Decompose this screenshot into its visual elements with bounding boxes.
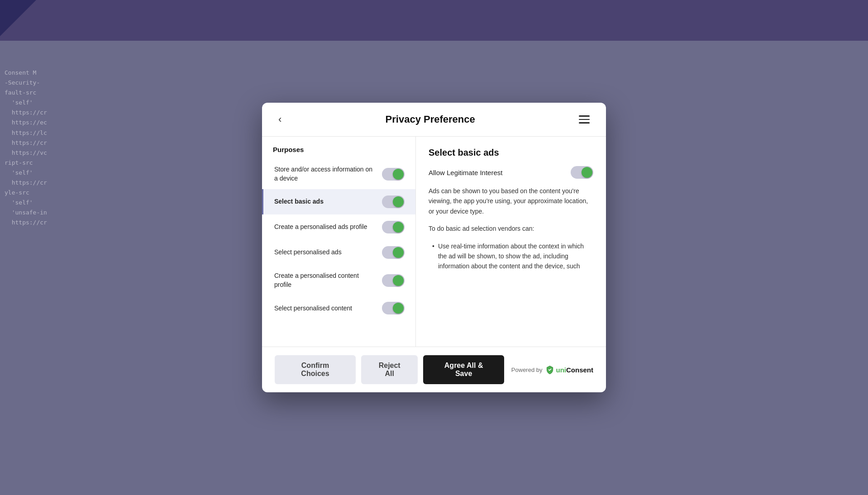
toggle-track-select-personalised-content [382, 302, 405, 314]
toggle-thumb-legitimate-interest [582, 167, 592, 178]
toggle-personalised-content-profile[interactable] [382, 274, 405, 287]
toggle-track-personalised-ads-profile [382, 221, 405, 233]
purpose-item-select-personalised-content[interactable]: Select personalised content [262, 295, 415, 321]
toggle-track-legitimate-interest [571, 166, 593, 179]
back-button[interactable]: ‹ [275, 112, 285, 127]
toggle-track-store-access [382, 168, 405, 181]
right-panel-title: Select basic ads [429, 148, 593, 158]
powered-by: Powered by uniConsent [511, 365, 593, 374]
menu-line-2 [579, 119, 590, 120]
reject-all-button[interactable]: Reject All [361, 355, 418, 384]
toggle-track-select-personalised-ads [382, 246, 405, 259]
purpose-label-select-personalised-ads: Select personalised ads [274, 248, 382, 257]
toggle-thumb-select-basic-ads [393, 196, 404, 207]
toggle-thumb-store-access [393, 169, 404, 180]
shield-icon [545, 365, 554, 374]
modal-title: Privacy Preference [386, 114, 475, 125]
purpose-label-personalised-content-profile: Create a personalised content profile [274, 271, 382, 289]
legitimate-interest-row: Allow Legitimate Interest [429, 166, 593, 179]
modal-header: ‹ Privacy Preference [262, 103, 606, 137]
agree-all-save-button[interactable]: Agree All & Save [423, 355, 504, 384]
toggle-select-personalised-ads[interactable] [382, 246, 405, 259]
toggle-track-personalised-content-profile [382, 274, 405, 287]
toggle-legitimate-interest[interactable] [571, 166, 593, 179]
menu-line-1 [579, 115, 590, 117]
purpose-label-select-basic-ads: Select basic ads [274, 197, 382, 206]
description-1: Ads can be shown to you based on the con… [429, 186, 593, 216]
menu-line-3 [579, 122, 590, 124]
purpose-label-store-access: Store and/or access information on a dev… [274, 165, 382, 183]
footer-buttons: Confirm Choices Reject All Agree All & S… [275, 355, 504, 384]
purpose-item-personalised-ads-profile[interactable]: Create a personalised ads profile [262, 214, 415, 240]
toggle-select-basic-ads[interactable] [382, 195, 405, 208]
menu-button[interactable] [575, 114, 593, 125]
modal-overlay: ‹ Privacy Preference Purposes Store and/… [0, 0, 868, 495]
bullet-list: Use real-time information about the cont… [432, 241, 593, 271]
bullet-item-1: Use real-time information about the cont… [432, 241, 593, 271]
confirm-choices-button[interactable]: Confirm Choices [275, 355, 356, 384]
toggle-thumb-select-personalised-content [393, 303, 404, 314]
modal-footer: Confirm Choices Reject All Agree All & S… [262, 347, 606, 392]
legitimate-interest-label: Allow Legitimate Interest [429, 169, 502, 176]
toggle-select-personalised-content[interactable] [382, 302, 405, 314]
purpose-item-select-basic-ads[interactable]: Select basic ads [262, 189, 415, 214]
left-panel: Purposes Store and/or access information… [262, 137, 416, 347]
uniconsent-brand: uniConsent [556, 366, 594, 374]
toggle-thumb-select-personalised-ads [393, 247, 404, 258]
purposes-heading: Purposes [262, 146, 415, 159]
toggle-store-access[interactable] [382, 168, 405, 181]
modal-body: Purposes Store and/or access information… [262, 137, 606, 347]
right-panel: Select basic ads Allow Legitimate Intere… [416, 137, 606, 347]
purpose-item-personalised-content-profile[interactable]: Create a personalised content profile [262, 265, 415, 295]
purpose-item-store-access[interactable]: Store and/or access information on a dev… [262, 159, 415, 189]
toggle-thumb-personalised-content-profile [393, 275, 404, 286]
toggle-personalised-ads-profile[interactable] [382, 221, 405, 233]
powered-by-label: Powered by [511, 366, 543, 373]
privacy-modal: ‹ Privacy Preference Purposes Store and/… [262, 103, 606, 392]
purpose-label-select-personalised-content: Select personalised content [274, 304, 382, 313]
uniconsent-logo: uniConsent [545, 365, 594, 374]
bullet-item-1-text: Use real-time information about the cont… [438, 241, 593, 271]
description-2: To do basic ad selection vendors can: [429, 224, 593, 233]
purpose-label-personalised-ads-profile: Create a personalised ads profile [274, 223, 382, 232]
purpose-item-select-personalised-ads[interactable]: Select personalised ads [262, 240, 415, 265]
toggle-track-select-basic-ads [382, 195, 405, 208]
toggle-thumb-personalised-ads-profile [393, 222, 404, 233]
